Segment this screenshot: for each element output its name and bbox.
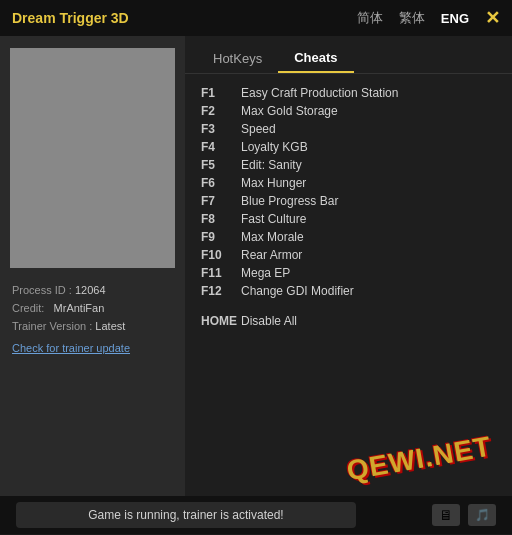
cheat-key: F3 (201, 122, 237, 136)
tab-hotkeys[interactable]: HotKeys (197, 44, 278, 73)
cheat-key: F10 (201, 248, 237, 262)
process-id-line: Process ID : 12064 (12, 284, 173, 296)
credit-value: MrAntiFan (54, 302, 105, 314)
process-id-label: Process ID : (12, 284, 72, 296)
title-bar: Dream Trigger 3D 简体 繁体 ENG ✕ (0, 0, 512, 36)
cheat-desc: Loyalty KGB (241, 140, 308, 154)
main-content: Process ID : 12064 Credit: MrAntiFan Tra… (0, 36, 512, 496)
cheat-desc: Blue Progress Bar (241, 194, 338, 208)
cheat-desc: Max Morale (241, 230, 304, 244)
home-cheat-item: HOME Disable All (201, 314, 496, 328)
credit-label: Credit: (12, 302, 44, 314)
tabs-container: HotKeys Cheats (185, 36, 512, 74)
cheat-item: F1 Easy Craft Production Station (201, 86, 496, 100)
cheat-item: F3 Speed (201, 122, 496, 136)
credit-line: Credit: MrAntiFan (12, 302, 173, 314)
cheat-key: F2 (201, 104, 237, 118)
cheat-key: F7 (201, 194, 237, 208)
title-bar-right: 简体 繁体 ENG ✕ (357, 7, 500, 29)
left-info: Process ID : 12064 Credit: MrAntiFan Tra… (8, 276, 177, 364)
cheat-item: F9 Max Morale (201, 230, 496, 244)
cheats-list: F1 Easy Craft Production Station F2 Max … (185, 74, 512, 496)
home-cheat-desc: Disable All (241, 314, 297, 328)
cheat-key: F12 (201, 284, 237, 298)
cheat-key: F1 (201, 86, 237, 100)
cheat-desc: Mega EP (241, 266, 290, 280)
cheat-desc: Speed (241, 122, 276, 136)
right-panel: HotKeys Cheats F1 Easy Craft Production … (185, 36, 512, 496)
cheat-item: F5 Edit: Sanity (201, 158, 496, 172)
lang-english[interactable]: ENG (441, 11, 469, 26)
cheat-item: F10 Rear Armor (201, 248, 496, 262)
update-link[interactable]: Check for trainer update (12, 338, 173, 356)
trainer-version-value: Latest (95, 320, 125, 332)
status-icons (432, 504, 496, 526)
music-icon[interactable] (468, 504, 496, 526)
cheat-desc: Edit: Sanity (241, 158, 302, 172)
home-cheat-key: HOME (201, 314, 237, 328)
cheat-desc: Fast Culture (241, 212, 306, 226)
lang-simplified-chinese[interactable]: 简体 (357, 9, 383, 27)
cheat-item: F12 Change GDI Modifier (201, 284, 496, 298)
process-id-value: 12064 (75, 284, 106, 296)
cheat-desc: Max Hunger (241, 176, 306, 190)
cheat-item: F7 Blue Progress Bar (201, 194, 496, 208)
cheat-item: F11 Mega EP (201, 266, 496, 280)
status-message: Game is running, trainer is activated! (16, 502, 356, 528)
cheat-key: F5 (201, 158, 237, 172)
trainer-version-label: Trainer Version : (12, 320, 92, 332)
cheat-item: F6 Max Hunger (201, 176, 496, 190)
check-update-link[interactable]: Check for trainer update (12, 342, 130, 354)
title-bar-left: Dream Trigger 3D (12, 10, 129, 26)
cheat-key: F11 (201, 266, 237, 280)
cheat-item: F2 Max Gold Storage (201, 104, 496, 118)
trainer-version-line: Trainer Version : Latest (12, 320, 173, 332)
tab-cheats[interactable]: Cheats (278, 44, 353, 73)
game-thumbnail (10, 48, 175, 268)
cheat-item: F4 Loyalty KGB (201, 140, 496, 154)
cheat-key: F6 (201, 176, 237, 190)
cheat-key: F8 (201, 212, 237, 226)
cheat-desc: Change GDI Modifier (241, 284, 354, 298)
close-button[interactable]: ✕ (485, 7, 500, 29)
cheat-desc: Rear Armor (241, 248, 302, 262)
lang-traditional-chinese[interactable]: 繁体 (399, 9, 425, 27)
cheat-desc: Easy Craft Production Station (241, 86, 398, 100)
monitor-icon[interactable] (432, 504, 460, 526)
cheat-key: F9 (201, 230, 237, 244)
left-panel: Process ID : 12064 Credit: MrAntiFan Tra… (0, 36, 185, 496)
status-bar: Game is running, trainer is activated! (0, 496, 512, 534)
app-title: Dream Trigger 3D (12, 10, 129, 26)
cheat-key: F4 (201, 140, 237, 154)
cheat-item: F8 Fast Culture (201, 212, 496, 226)
cheat-desc: Max Gold Storage (241, 104, 338, 118)
